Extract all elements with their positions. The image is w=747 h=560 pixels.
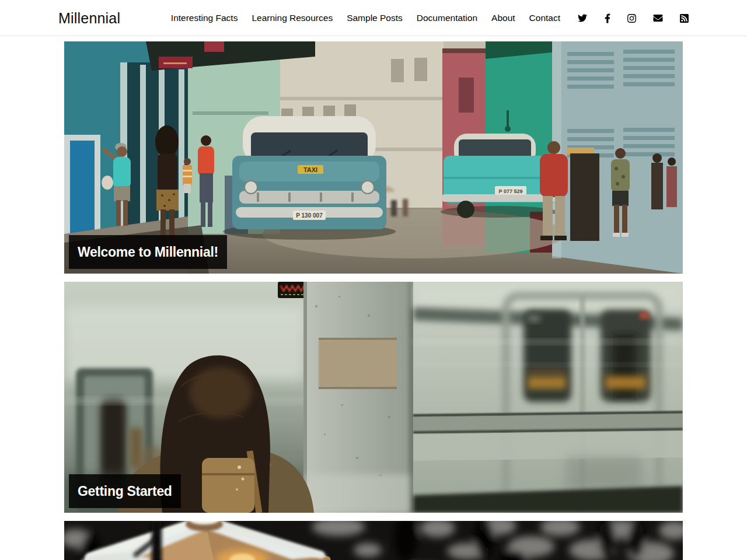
post-list: TAXI P 130 007 P 07 — [64, 41, 683, 560]
nav-item-sample-posts[interactable]: Sample Posts — [347, 13, 403, 23]
post-caption-getting-started[interactable]: Getting Started — [69, 474, 181, 508]
snow-tent-photo — [64, 521, 683, 560]
post-caption-welcome[interactable]: Welcome to Millennial! — [69, 235, 227, 269]
header-inner: Millennial Interesting Facts Learning Re… — [58, 0, 689, 36]
envelope-icon[interactable] — [653, 13, 663, 23]
rss-icon[interactable] — [680, 13, 689, 23]
instagram-icon[interactable] — [627, 13, 636, 23]
nav-item-contact[interactable]: Contact — [529, 13, 560, 23]
site-logo[interactable]: Millennial — [58, 10, 120, 27]
nav-item-documentation[interactable]: Documentation — [417, 13, 477, 23]
post-preview-getting-started: Getting Started — [64, 282, 683, 513]
twitter-icon[interactable] — [577, 13, 588, 23]
post-preview-welcome: TAXI P 130 007 P 07 — [64, 41, 683, 274]
social-links — [577, 13, 689, 23]
post-preview-snow-tent — [64, 521, 683, 560]
nav-item-about[interactable]: About — [491, 13, 515, 23]
nav-item-learning-resources[interactable]: Learning Resources — [252, 13, 333, 23]
main-nav: Interesting Facts Learning Resources Sam… — [171, 13, 689, 23]
nav-links: Interesting Facts Learning Resources Sam… — [171, 13, 560, 23]
nav-item-interesting-facts[interactable]: Interesting Facts — [171, 13, 238, 23]
facebook-icon[interactable] — [605, 13, 610, 23]
site-header: Millennial Interesting Facts Learning Re… — [0, 0, 747, 36]
